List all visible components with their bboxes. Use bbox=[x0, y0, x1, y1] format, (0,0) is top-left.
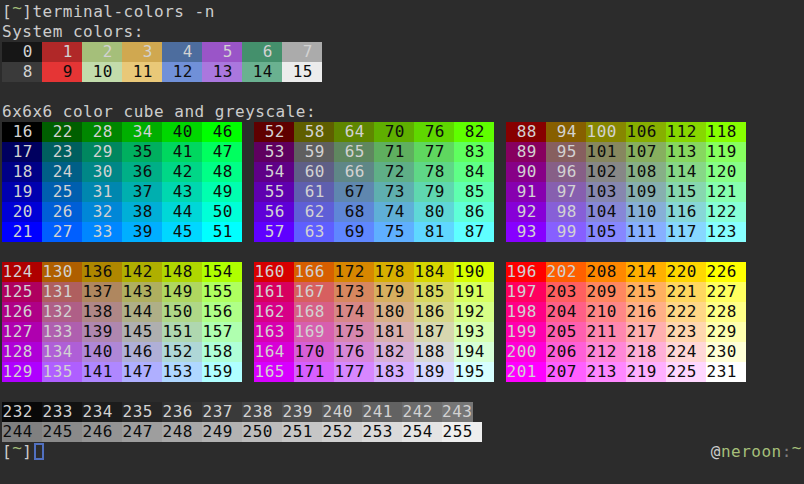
color-cell-115: 115 bbox=[666, 182, 706, 202]
color-cell-224: 224 bbox=[666, 342, 706, 362]
color-cell-61: 61 bbox=[294, 182, 334, 202]
color-cell-57: 57 bbox=[254, 222, 294, 242]
color-cell-226: 226 bbox=[706, 262, 746, 282]
color-cell-106: 106 bbox=[626, 122, 666, 142]
shell-prompt-line[interactable]: [~] bbox=[2, 442, 44, 462]
color-cell-27: 27 bbox=[42, 222, 82, 242]
color-cell-246: 246 bbox=[82, 422, 122, 442]
color-cell-197: 197 bbox=[506, 282, 546, 302]
color-cell-150: 150 bbox=[162, 302, 202, 322]
terminal-window[interactable]: [~]terminal-colors -n System colors: 012… bbox=[0, 0, 804, 484]
status-tilde: ~ bbox=[792, 438, 802, 458]
color-cell-245: 245 bbox=[42, 422, 82, 442]
color-cell-117: 117 bbox=[666, 222, 706, 242]
color-cell-230: 230 bbox=[706, 342, 746, 362]
color-cell-134: 134 bbox=[42, 342, 82, 362]
prompt-tilde: ~ bbox=[12, 0, 22, 18]
color-cell-182: 182 bbox=[374, 342, 414, 362]
cube-row: 129135141147153159 bbox=[2, 362, 242, 382]
cube-row: 212733394551 bbox=[2, 222, 242, 242]
color-cell-24: 24 bbox=[42, 162, 82, 182]
color-cell-165: 165 bbox=[254, 362, 294, 382]
color-cell-94: 94 bbox=[546, 122, 586, 142]
color-cell-22: 22 bbox=[42, 122, 82, 142]
color-cell-62: 62 bbox=[294, 202, 334, 222]
system-colors-label: System colors: bbox=[2, 22, 144, 42]
color-cell-213: 213 bbox=[586, 362, 626, 382]
color-cell-36: 36 bbox=[122, 162, 162, 182]
color-cell-133: 133 bbox=[42, 322, 82, 342]
system-colors-row-0: 01234567 bbox=[2, 42, 322, 62]
cube-row: 199205211217223229 bbox=[506, 322, 746, 342]
color-cell-58: 58 bbox=[294, 122, 334, 142]
color-cell-252: 252 bbox=[322, 422, 362, 442]
cube-row: 126132138144150156 bbox=[2, 302, 242, 322]
color-cell-96: 96 bbox=[546, 162, 586, 182]
cube-row: 162168174180186192 bbox=[254, 302, 494, 322]
color-cell-234: 234 bbox=[82, 402, 122, 422]
color-cell-74: 74 bbox=[374, 202, 414, 222]
color-cell-68: 68 bbox=[334, 202, 374, 222]
color-cell-196: 196 bbox=[506, 262, 546, 282]
color-cell-14: 14 bbox=[242, 62, 282, 82]
color-cell-70: 70 bbox=[374, 122, 414, 142]
color-cell-76: 76 bbox=[414, 122, 454, 142]
color-cell-50: 50 bbox=[202, 202, 242, 222]
color-cell-232: 232 bbox=[2, 402, 42, 422]
color-cell-137: 137 bbox=[82, 282, 122, 302]
color-cell-225: 225 bbox=[666, 362, 706, 382]
cube-row: 202632384450 bbox=[2, 202, 242, 222]
cube-block-r1: 5258647076825359657177835460667278845561… bbox=[254, 122, 494, 242]
color-cell-121: 121 bbox=[706, 182, 746, 202]
color-cell-32: 32 bbox=[82, 202, 122, 222]
color-cell-119: 119 bbox=[706, 142, 746, 162]
cube-row: 196202208214220226 bbox=[506, 262, 746, 282]
color-cell-111: 111 bbox=[626, 222, 666, 242]
color-cell-5: 5 bbox=[202, 42, 242, 62]
color-cell-136: 136 bbox=[82, 262, 122, 282]
color-cell-205: 205 bbox=[546, 322, 586, 342]
color-cell-200: 200 bbox=[506, 342, 546, 362]
cube-row: 160166172178184190 bbox=[254, 262, 494, 282]
color-cell-221: 221 bbox=[666, 282, 706, 302]
color-cell-201: 201 bbox=[506, 362, 546, 382]
color-cell-140: 140 bbox=[82, 342, 122, 362]
right-status: @neroon:~ bbox=[711, 442, 802, 462]
color-cell-43: 43 bbox=[162, 182, 202, 202]
color-cell-82: 82 bbox=[454, 122, 494, 142]
color-cell-189: 189 bbox=[414, 362, 454, 382]
color-cell-69: 69 bbox=[334, 222, 374, 242]
color-cell-88: 88 bbox=[506, 122, 546, 142]
color-cell-72: 72 bbox=[374, 162, 414, 182]
color-cell-21: 21 bbox=[2, 222, 42, 242]
cube-row: 128134140146152158 bbox=[2, 342, 242, 362]
text-cursor[interactable] bbox=[34, 443, 44, 460]
cube-block-r4: 1601661721781841901611671731791851911621… bbox=[254, 262, 494, 382]
color-cell-80: 80 bbox=[414, 202, 454, 222]
color-cell-183: 183 bbox=[374, 362, 414, 382]
color-cell-3: 3 bbox=[122, 42, 162, 62]
color-cell-125: 125 bbox=[2, 282, 42, 302]
color-cell-188: 188 bbox=[414, 342, 454, 362]
color-cell-48: 48 bbox=[202, 162, 242, 182]
color-cell-116: 116 bbox=[666, 202, 706, 222]
color-cell-87: 87 bbox=[454, 222, 494, 242]
color-cell-135: 135 bbox=[42, 362, 82, 382]
color-cell-187: 187 bbox=[414, 322, 454, 342]
color-cell-149: 149 bbox=[162, 282, 202, 302]
cube-row: 163169175181187193 bbox=[254, 322, 494, 342]
color-cell-71: 71 bbox=[374, 142, 414, 162]
color-cell-240: 240 bbox=[322, 402, 362, 422]
color-cell-177: 177 bbox=[334, 362, 374, 382]
system-colors-row-1: 89101112131415 bbox=[2, 62, 322, 82]
color-cell-118: 118 bbox=[706, 122, 746, 142]
cube-row: 198204210216222228 bbox=[506, 302, 746, 322]
color-cell-202: 202 bbox=[546, 262, 586, 282]
color-cell-251: 251 bbox=[282, 422, 322, 442]
color-cell-191: 191 bbox=[454, 282, 494, 302]
command-prompt-line: [~]terminal-colors -n bbox=[2, 2, 215, 22]
color-cell-112: 112 bbox=[666, 122, 706, 142]
color-cell-39: 39 bbox=[122, 222, 162, 242]
color-cell-109: 109 bbox=[626, 182, 666, 202]
color-cell-81: 81 bbox=[414, 222, 454, 242]
